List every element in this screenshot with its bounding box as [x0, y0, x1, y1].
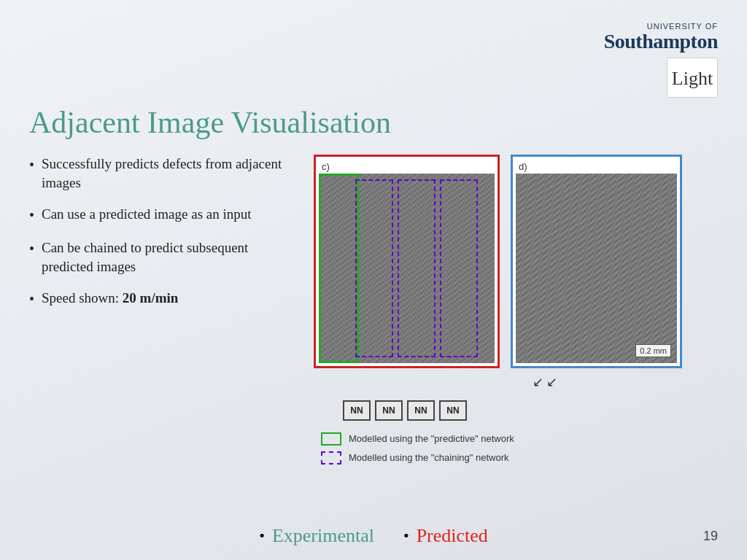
legend-green-text: Modelled using the "predictive" network — [349, 433, 514, 444]
nn-box-2: NN — [375, 400, 403, 421]
arrow-row: ↙ ↙ — [314, 374, 718, 390]
bullet-item-2: • Can use a predicted image as an input — [29, 205, 299, 225]
main-content: • Successfully predicts defects from adj… — [29, 155, 718, 560]
scale-bar: 0.2 mm — [635, 344, 671, 357]
image-c-container: c) — [314, 155, 500, 368]
predicted-label: Predicted — [417, 525, 488, 547]
image-d-texture: 0.2 mm — [516, 174, 677, 363]
visuals-column: c) d) 0.2 mm ↙ ↙ — [314, 155, 718, 560]
image-d-container: d) 0.2 mm — [511, 155, 682, 368]
nn-box-4: NN — [439, 400, 467, 421]
bullet-text-4: Speed shown: 20 m/min — [42, 289, 178, 309]
bullets-column: • Successfully predicts defects from adj… — [29, 155, 299, 560]
image-c-label: c) — [319, 160, 495, 174]
bullet-dot-2: • — [29, 206, 34, 225]
bullet-item-4: • Speed shown: 20 m/min — [29, 289, 299, 309]
southampton-text: Southampton — [604, 31, 718, 53]
legend-item-green: Modelled using the "predictive" network — [321, 432, 718, 446]
bullet-item-3: • Can be chained to predict subsequent p… — [29, 238, 299, 276]
bullet-text-3: Can be chained to predict subsequent pre… — [42, 238, 299, 276]
footer-experimental: • Experimental — [259, 525, 374, 547]
purple-rect-1 — [355, 179, 393, 357]
legend-purple-text: Modelled using the "chaining" network — [349, 452, 509, 463]
image-c-texture — [319, 174, 495, 363]
university-logo: UNIVERSITY OF Southampton — [604, 22, 718, 53]
bullet-text-2: Can use a predicted image as an input — [42, 205, 252, 225]
green-rect-overlay — [319, 174, 359, 363]
light-logo: Light — [667, 58, 718, 98]
header: UNIVERSITY OF Southampton Light — [29, 22, 718, 98]
page-number: 19 — [703, 529, 718, 544]
images-row: c) d) 0.2 mm — [314, 155, 718, 368]
speed-bold: 20 m/min — [123, 290, 179, 306]
nn-box-3: NN — [407, 400, 435, 421]
legend: Modelled using the "predictive" network … — [314, 432, 718, 470]
purple-rect-3 — [440, 179, 478, 357]
legend-item-purple: Modelled using the "chaining" network — [321, 451, 718, 464]
slide: UNIVERSITY OF Southampton Light Adjacent… — [0, 0, 747, 560]
predicted-dot: • — [403, 526, 409, 545]
footer-predicted: • Predicted — [403, 525, 488, 547]
bullet-dot-1: • — [29, 155, 34, 192]
svg-text:Light: Light — [672, 68, 713, 89]
legend-purple-rect-icon — [321, 451, 341, 464]
bullet-text-1: Successfully predicts defects from adjac… — [42, 155, 299, 192]
image-d-label: d) — [516, 160, 677, 174]
nn-box-1: NN — [343, 400, 371, 421]
legend-green-rect-icon — [321, 432, 341, 446]
bullet-dot-4: • — [29, 289, 34, 309]
logo-group: UNIVERSITY OF Southampton Light — [604, 22, 718, 98]
bullet-item-1: • Successfully predicts defects from adj… — [29, 155, 299, 192]
nn-boxes-row: NN NN NN NN — [314, 400, 718, 421]
bullet-dot-3: • — [29, 239, 34, 276]
light-logo-svg: Light — [670, 60, 714, 95]
experimental-label: Experimental — [272, 525, 374, 547]
footer: • Experimental • Predicted — [0, 525, 747, 547]
page-title: Adjacent Image Visualisation — [29, 105, 718, 140]
purple-rect-2 — [398, 179, 436, 357]
experimental-dot: • — [259, 526, 265, 545]
